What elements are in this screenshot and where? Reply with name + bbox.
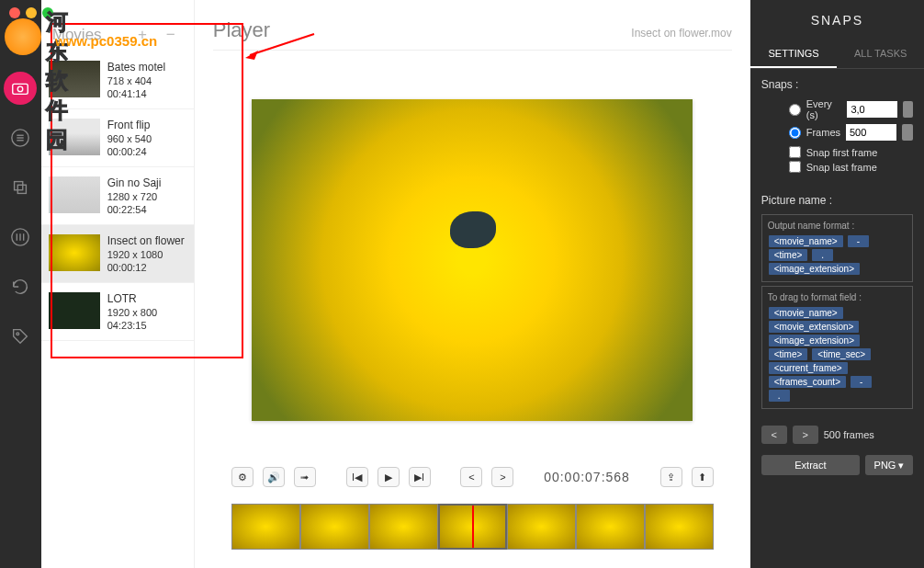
fmt-tag[interactable]: <movie_name> — [769, 235, 843, 247]
movie-title: LOTR — [107, 292, 157, 305]
annotation-arrow — [245, 32, 319, 60]
snap-last-label: Snap last frame — [806, 162, 877, 173]
prev-frame-button[interactable]: I◀ — [346, 467, 368, 487]
filmstrip-frame[interactable] — [576, 504, 645, 550]
video-subject — [450, 211, 496, 248]
frames-radio[interactable] — [789, 127, 801, 139]
camera-icon[interactable] — [4, 72, 37, 105]
close-icon[interactable] — [9, 7, 20, 18]
svg-point-1 — [18, 86, 24, 92]
list-icon[interactable] — [4, 121, 37, 154]
fmt-tag[interactable]: <time_sec> — [812, 348, 871, 360]
fmt-tag[interactable]: <movie_name> — [769, 307, 843, 319]
left-toolbar — [0, 0, 41, 568]
fmt-tag[interactable]: <movie_extension> — [769, 321, 860, 333]
snap-first-label: Snap first frame — [806, 147, 878, 158]
every-radio[interactable] — [789, 104, 801, 116]
every-stepper[interactable] — [903, 101, 913, 118]
movie-dur: 04:23:15 — [107, 320, 157, 331]
extract-button[interactable]: Extract — [761, 455, 860, 475]
player-filename: Insect on flower.mov — [631, 27, 731, 40]
movie-dur: 00:22:54 — [107, 204, 162, 215]
tab-settings[interactable]: SETTINGS — [750, 40, 838, 68]
filmstrip-frame[interactable] — [231, 504, 300, 550]
thumbnail — [49, 119, 100, 155]
movie-item-insect[interactable]: Insect on flower 1920 x 1080 00:00:12 — [41, 225, 194, 283]
fmt-tag[interactable]: <time> — [769, 249, 808, 261]
fmt-tag[interactable]: <frames_count> — [769, 376, 846, 388]
fmt-tag[interactable]: . — [812, 249, 833, 261]
svg-rect-7 — [18, 185, 27, 193]
snap-first-checkbox[interactable] — [789, 146, 801, 158]
share-icon[interactable]: ⬆ — [692, 467, 714, 487]
filmstrip-frame[interactable] — [507, 504, 576, 550]
picture-name-label: Picture name : — [761, 194, 913, 207]
filmstrip-frame[interactable] — [369, 504, 438, 550]
settings-icon[interactable]: ⚙ — [231, 467, 254, 487]
movie-title: Front flip — [107, 119, 152, 131]
add-movie-button[interactable]: + — [138, 26, 154, 43]
movie-res: 718 x 404 — [107, 75, 165, 86]
frames-field[interactable] — [846, 124, 896, 141]
fmt-tag[interactable]: <image_extension> — [769, 335, 860, 346]
prev-button[interactable]: < — [761, 426, 787, 444]
movie-item-bates[interactable]: Bates motel 718 x 404 00:41:14 — [41, 51, 194, 109]
next-frame-button[interactable]: ▶I — [409, 467, 431, 487]
every-field[interactable] — [847, 101, 897, 118]
export-icon[interactable]: ⇪ — [660, 467, 682, 487]
play-button[interactable]: ▶ — [377, 467, 400, 487]
movie-item-lotr[interactable]: LOTR 1920 x 800 04:23:15 — [41, 283, 194, 341]
filmstrip-frame[interactable] — [645, 504, 714, 550]
output-format-box[interactable]: Output name format : <movie_name> - <tim… — [761, 214, 913, 282]
frames-stepper[interactable] — [902, 124, 913, 141]
speed-icon[interactable]: ➟ — [294, 467, 316, 487]
movies-panel: Movies + − Bates motel 718 x 404 00:41:1… — [41, 0, 195, 568]
svg-point-9 — [17, 333, 19, 335]
tag-icon[interactable] — [4, 320, 37, 353]
movie-res: 1280 x 720 — [107, 191, 162, 202]
movie-item-flip[interactable]: Front flip 960 x 540 00:00:24 — [41, 109, 194, 167]
svg-rect-0 — [13, 84, 28, 94]
refresh-icon[interactable] — [4, 270, 37, 303]
thumbnail — [49, 61, 100, 97]
movie-res: 1920 x 800 — [107, 307, 157, 318]
copy-icon[interactable] — [4, 171, 37, 204]
book-icon[interactable] — [4, 221, 37, 254]
movies-title: Movies — [52, 26, 102, 44]
every-label: Every (s) — [806, 98, 842, 120]
filmstrip-frame[interactable] — [300, 504, 369, 550]
filmstrip-frame-current[interactable] — [438, 504, 507, 550]
fmt-tag[interactable]: - — [848, 235, 869, 247]
fmt-tag[interactable]: <current_frame> — [769, 362, 848, 374]
minimize-icon[interactable] — [26, 7, 37, 18]
tab-alltasks[interactable]: ALL TASKS — [837, 40, 924, 68]
fmt-tag[interactable]: - — [851, 376, 872, 388]
fmt-tag[interactable]: <time> — [769, 348, 808, 360]
snap-last-checkbox[interactable] — [789, 161, 801, 173]
snaps-label: Snaps : — [761, 78, 913, 91]
fmt-tag[interactable]: <image_extension> — [769, 263, 860, 275]
movie-item-gin[interactable]: Gin no Saji 1280 x 720 00:22:54 — [41, 167, 194, 225]
window-controls[interactable] — [9, 7, 53, 18]
fmt-tag[interactable]: . — [769, 390, 790, 402]
format-select[interactable]: PNG▾ — [865, 455, 913, 475]
movie-dur: 00:00:12 — [107, 262, 185, 273]
movie-dur: 00:41:14 — [107, 88, 165, 99]
step-forward-button[interactable]: > — [491, 467, 513, 487]
movie-res: 960 x 540 — [107, 133, 152, 144]
snaps-title: SNAPS — [750, 0, 924, 40]
volume-icon[interactable]: 🔊 — [263, 467, 285, 487]
filmstrip[interactable] — [213, 494, 732, 559]
movie-res: 1920 x 1080 — [107, 249, 185, 260]
next-button[interactable]: > — [793, 426, 818, 444]
drag-format-box[interactable]: To drag to format field : <movie_name> <… — [761, 286, 913, 409]
timecode: 00:00:07:568 — [544, 470, 630, 484]
svg-line-10 — [250, 34, 314, 55]
zoom-icon[interactable] — [42, 7, 53, 18]
frames-label: Frames — [806, 127, 840, 138]
thumbnail — [49, 234, 100, 271]
movie-title: Gin no Saji — [107, 176, 162, 189]
video-frame[interactable] — [252, 99, 693, 421]
step-back-button[interactable]: < — [460, 467, 482, 487]
remove-movie-button[interactable]: − — [166, 26, 183, 43]
